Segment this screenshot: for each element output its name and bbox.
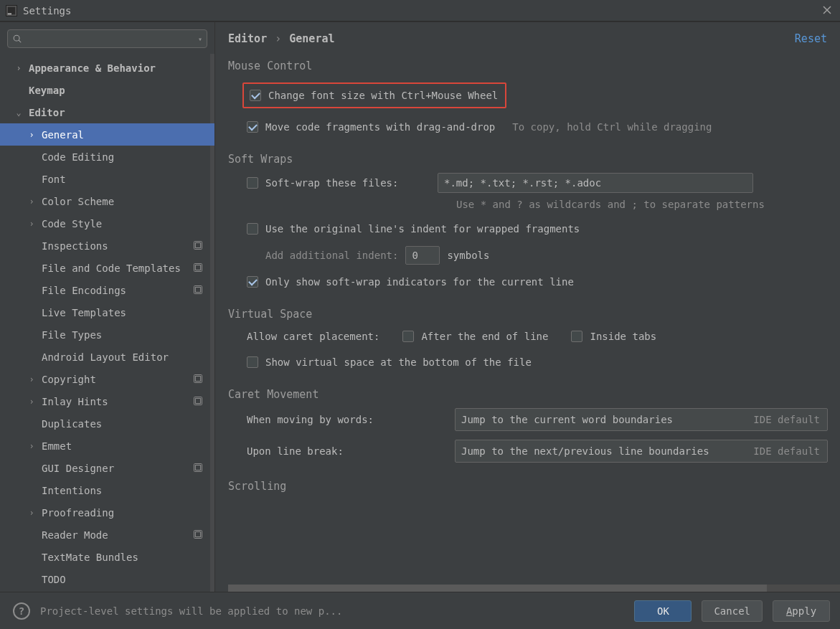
sidebar-item-label: File Encodings [42, 285, 126, 296]
original-indent-checkbox[interactable] [247, 223, 258, 235]
sidebar-item-label: Keymap [29, 85, 65, 96]
allow-caret-label: Allow caret placement: [247, 331, 379, 342]
chevron-right-icon[interactable]: › [14, 63, 23, 73]
sidebar-item-label: Appearance & Behavior [29, 62, 156, 74]
sidebar-item-inlay-hints[interactable]: ›Inlay Hints [0, 390, 214, 412]
sidebar-item-gui-designer[interactable]: GUI Designer [0, 457, 214, 479]
svg-point-4 [14, 35, 19, 41]
sidebar-item-label: TODO [42, 574, 66, 585]
cancel-button[interactable]: Cancel [702, 600, 763, 622]
chevron-right-icon[interactable]: › [27, 441, 36, 451]
ok-button[interactable]: OK [634, 600, 692, 622]
section-soft-wraps: Soft Wraps [228, 153, 840, 166]
inside-tabs-label[interactable]: Inside tabs [590, 331, 656, 342]
sidebar-item-label: Code Style [42, 218, 102, 230]
softwrap-files-checkbox[interactable] [247, 177, 258, 189]
by-words-select[interactable]: Jump to the current word boundaries IDE … [455, 408, 828, 431]
sidebar-item-file-types[interactable]: File Types [0, 323, 214, 346]
sidebar-item-font[interactable]: Font [0, 168, 214, 190]
sidebar-item-textmate-bundles[interactable]: TextMate Bundles [0, 546, 214, 568]
sidebar-item-general[interactable]: ›General [0, 123, 214, 146]
sidebar-item-label: Copyright [42, 374, 96, 385]
change-font-size-checkbox[interactable] [250, 90, 261, 101]
move-fragments-hint: To copy, hold Ctrl while dragging [512, 121, 712, 133]
chevron-right-icon[interactable]: › [27, 219, 36, 229]
search-input[interactable]: ▾ [7, 29, 207, 48]
project-scope-icon [193, 396, 203, 406]
show-virtual-space-checkbox[interactable] [247, 356, 258, 368]
reset-link[interactable]: Reset [795, 32, 827, 45]
sidebar-item-label: TextMate Bundles [42, 552, 138, 563]
sidebar-item-label: File Types [42, 329, 102, 341]
sidebar-item-intentions[interactable]: Intentions [0, 479, 214, 501]
apply-button[interactable]: Apply [773, 600, 830, 622]
highlighted-option: Change font size with Ctrl+Mouse Wheel [242, 82, 506, 108]
sidebar-item-editor[interactable]: ⌄Editor [0, 101, 214, 123]
project-scope-icon [193, 529, 203, 539]
help-icon[interactable]: ? [13, 602, 30, 620]
sidebar-item-label: Emmet [42, 440, 72, 452]
sidebar-item-live-templates[interactable]: Live Templates [0, 301, 214, 323]
horizontal-scrollbar[interactable] [228, 585, 840, 592]
add-indent-input[interactable] [405, 246, 440, 265]
sidebar-item-color-scheme[interactable]: ›Color Scheme [0, 190, 214, 212]
line-break-select[interactable]: Jump to the next/previous line boundarie… [455, 440, 828, 463]
chevron-right-icon[interactable]: › [27, 197, 36, 207]
chevron-right-icon[interactable]: › [27, 397, 36, 407]
softwrap-files-label[interactable]: Soft-wrap these files: [265, 177, 430, 189]
section-caret-movement: Caret Movement [228, 388, 840, 401]
sidebar-item-file-encodings[interactable]: File Encodings [0, 279, 214, 301]
after-eol-checkbox[interactable] [402, 331, 414, 342]
sidebar-item-code-style[interactable]: ›Code Style [0, 212, 214, 235]
sidebar-item-emmet[interactable]: ›Emmet [0, 435, 214, 457]
chevron-down-icon[interactable]: ▾ [198, 35, 202, 43]
sidebar-item-keymap[interactable]: Keymap [0, 79, 214, 101]
inside-tabs-checkbox[interactable] [571, 331, 582, 342]
show-virtual-space-label[interactable]: Show virtual space at the bottom of the … [265, 356, 532, 368]
sidebar-item-reader-mode[interactable]: Reader Mode [0, 524, 214, 546]
sidebar-item-label: Duplicates [42, 418, 102, 430]
chevron-down-icon[interactable]: ⌄ [14, 108, 23, 118]
only-show-indicators-label[interactable]: Only show soft-wrap indicators for the c… [265, 276, 574, 288]
change-font-size-label[interactable]: Change font size with Ctrl+Mouse Wheel [268, 90, 498, 101]
svg-rect-7 [196, 243, 201, 248]
sidebar-item-todo[interactable]: TODO [0, 568, 214, 590]
move-fragments-checkbox[interactable] [247, 121, 258, 133]
chevron-right-icon[interactable]: › [27, 130, 36, 140]
sidebar-item-label: Intentions [42, 485, 102, 496]
search-field[interactable] [25, 34, 195, 44]
only-show-indicators-checkbox[interactable] [247, 276, 258, 288]
sidebar-item-copyright[interactable]: ›Copyright [0, 368, 214, 390]
search-icon [12, 34, 22, 44]
original-indent-label[interactable]: Use the original line's indent for wrapp… [265, 223, 580, 235]
chevron-right-icon[interactable]: › [27, 508, 36, 518]
by-words-value: Jump to the current word boundaries [461, 414, 673, 425]
sidebar-item-android-layout-editor[interactable]: Android Layout Editor [0, 346, 214, 368]
svg-rect-19 [196, 532, 201, 537]
titlebar: Settings [0, 0, 840, 22]
sidebar-item-duplicates[interactable]: Duplicates [0, 412, 214, 435]
svg-rect-1 [8, 13, 11, 14]
settings-tree: ›Appearance & BehaviorKeymap⌄Editor›Gene… [0, 54, 214, 592]
horizontal-scroll-thumb[interactable] [228, 585, 767, 592]
softwrap-files-input[interactable] [438, 173, 753, 193]
sidebar-item-file-and-code-templates[interactable]: File and Code Templates [0, 257, 214, 279]
sidebar-item-proofreading[interactable]: ›Proofreading [0, 501, 214, 524]
sidebar-item-label: Code Editing [42, 151, 114, 163]
add-indent-suffix: symbols [447, 250, 489, 261]
chevron-right-icon[interactable]: › [27, 374, 36, 384]
sidebar-item-code-editing[interactable]: Code Editing [0, 146, 214, 168]
breadcrumb-part-editor[interactable]: Editor [228, 32, 267, 45]
sidebar-item-appearance-behavior[interactable]: ›Appearance & Behavior [0, 57, 214, 79]
sidebar-item-label: Inlay Hints [42, 396, 108, 407]
sidebar-item-label: GUI Designer [42, 463, 114, 474]
by-words-meta: IDE default [739, 414, 820, 425]
breadcrumb-part-general: General [289, 32, 334, 45]
after-eol-label[interactable]: After the end of line [421, 331, 548, 342]
move-fragments-label[interactable]: Move code fragments with drag-and-drop [265, 121, 495, 133]
section-virtual-space: Virtual Space [228, 308, 840, 321]
close-icon[interactable] [821, 4, 833, 16]
sidebar-item-inspections[interactable]: Inspections [0, 235, 214, 257]
line-break-meta: IDE default [739, 445, 820, 457]
svg-rect-9 [196, 265, 201, 270]
